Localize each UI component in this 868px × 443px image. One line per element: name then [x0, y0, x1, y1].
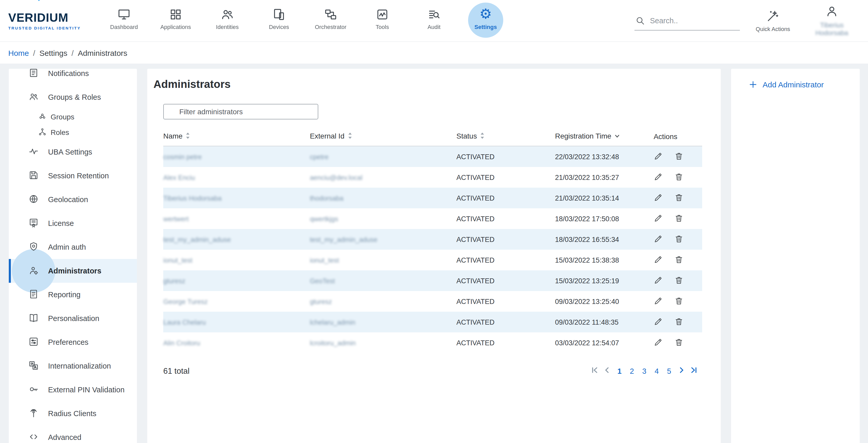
sidebar-item-advanced[interactable]: Advanced	[9, 425, 137, 443]
cell-name: test_my_admin_aduse	[163, 229, 310, 250]
breadcrumb-settings[interactable]: Settings	[39, 48, 67, 57]
edit-button[interactable]	[654, 213, 663, 224]
cell-name: wertwert	[163, 208, 310, 229]
delete-button[interactable]	[674, 255, 684, 265]
column-header-external-id[interactable]: External Id	[310, 128, 456, 146]
pagination-last-button[interactable]	[689, 365, 699, 376]
pencil-icon	[654, 278, 663, 286]
sidebar-item-groups-roles[interactable]: Groups & Roles	[9, 85, 137, 109]
breadcrumb-home[interactable]: Home	[8, 48, 29, 57]
delete-button[interactable]	[674, 337, 684, 348]
delete-button[interactable]	[674, 193, 684, 203]
nav-item-applications[interactable]: Applications	[150, 0, 202, 41]
cell-name: Tiberius Hodorsaba	[163, 188, 310, 208]
last-page-icon	[690, 366, 698, 375]
nav-item-devices[interactable]: Devices	[253, 0, 305, 41]
edit-button[interactable]	[654, 296, 663, 307]
breadcrumb-separator: /	[71, 48, 74, 57]
add-administrator-label: Add Administrator	[763, 80, 824, 89]
group-icon	[38, 112, 46, 122]
trash-icon	[674, 216, 684, 224]
sidebar-item-geolocation[interactable]: Geolocation	[9, 188, 137, 211]
sidebar-item-notifications[interactable]: Notifications	[9, 69, 137, 85]
pencil-icon	[654, 320, 663, 327]
pagination-first-button[interactable]	[590, 365, 600, 376]
pencil-icon	[654, 299, 663, 307]
pagination-page-1[interactable]: 1	[614, 366, 625, 376]
delete-button[interactable]	[674, 213, 684, 224]
edit-button[interactable]	[654, 317, 663, 327]
sidebar-item-session-retention[interactable]: Session Retention	[9, 164, 137, 188]
delete-button[interactable]	[674, 317, 684, 327]
breadcrumb-current: Administrators	[78, 48, 127, 57]
delete-button[interactable]	[674, 234, 684, 245]
sidebar-item-label: Administrators	[48, 267, 101, 275]
antenna-icon	[28, 408, 39, 419]
edit-button[interactable]	[654, 275, 663, 286]
search-icon	[636, 16, 645, 25]
column-header-name[interactable]: Name	[163, 128, 310, 146]
nav-item-orchestrator[interactable]: Orchestrator	[305, 0, 356, 41]
edit-button[interactable]	[654, 151, 663, 162]
edit-button[interactable]	[654, 172, 663, 183]
edit-button[interactable]	[654, 337, 663, 348]
sidebar-item-groups[interactable]: Groups	[9, 109, 137, 125]
nav-item-identities[interactable]: Identities	[202, 0, 253, 41]
sidebar-item-preferences[interactable]: Preferences	[9, 330, 137, 354]
sort-desc-icon	[614, 132, 620, 141]
cell-status: ACTIVATED	[457, 208, 555, 229]
certificate-icon	[28, 217, 39, 229]
actions-panel: Add Administrator	[731, 69, 860, 443]
cell-status: ACTIVATED	[457, 270, 555, 291]
user-menu[interactable]: Tiberius Hodorsaba	[806, 5, 858, 37]
nav-item-audit[interactable]: Audit	[408, 0, 460, 41]
nav-item-tools[interactable]: Tools	[356, 0, 408, 41]
sidebar-item-personalisation[interactable]: Personalisation	[9, 306, 137, 330]
sidebar-item-label: Notifications	[48, 69, 89, 78]
pagination-page-3[interactable]: 3	[639, 366, 649, 376]
delete-button[interactable]	[674, 275, 684, 286]
table-row: Tiberius Hodorsaba thodorsaba ACTIVATED …	[163, 188, 702, 208]
cell-external-id: lcroitoru_admin	[310, 332, 456, 353]
user-avatar-icon	[825, 5, 839, 18]
column-header-status[interactable]: Status	[457, 128, 555, 146]
code-icon	[28, 432, 39, 443]
sidebar-item-label: Groups	[51, 113, 74, 121]
delete-button[interactable]	[674, 296, 684, 307]
edit-button[interactable]	[654, 234, 663, 245]
sort-icon	[186, 132, 190, 141]
pagination-next-button[interactable]	[676, 365, 687, 376]
filter-administrators-input[interactable]	[163, 104, 318, 119]
pencil-icon	[654, 216, 663, 224]
veridium-admin-app: VERIDIUM ✓ TRUSTED DIGITAL IDENTITY Dash…	[0, 0, 868, 443]
cell-registration-time: 22/03/2022 13:32:48	[555, 146, 654, 167]
pagination-page-5[interactable]: 5	[664, 366, 674, 376]
table-row: ionut_test ionut_test ACTIVATED 15/03/20…	[163, 250, 702, 270]
orchestrator-icon	[305, 6, 356, 22]
veridium-logo[interactable]: VERIDIUM ✓ TRUSTED DIGITAL IDENTITY	[8, 11, 91, 30]
column-label: Registration Time	[555, 132, 611, 140]
pencil-icon	[654, 196, 663, 203]
delete-button[interactable]	[674, 172, 684, 183]
pagination-page-2[interactable]: 2	[627, 366, 637, 376]
nav-item-dashboard[interactable]: Dashboard	[98, 0, 150, 41]
column-header-registration-time[interactable]: Registration Time	[555, 128, 654, 146]
add-administrator-button[interactable]: Add Administrator	[731, 80, 860, 89]
sidebar-item-license[interactable]: License	[9, 211, 137, 235]
sidebar-item-radius-clients[interactable]: Radius Clients	[9, 402, 137, 425]
audit-icon	[408, 6, 460, 22]
search-input[interactable]	[649, 16, 739, 25]
nav-item-settings[interactable]: ⚙ Settings	[460, 0, 512, 41]
delete-button[interactable]	[674, 151, 684, 162]
pagination-prev-button[interactable]	[602, 365, 612, 376]
sidebar-item-uba-settings[interactable]: UBA Settings	[9, 140, 137, 164]
sidebar-item-label: Radius Clients	[48, 409, 96, 418]
sidebar-item-roles[interactable]: Roles	[9, 125, 137, 140]
sidebar-item-external-pin-validation[interactable]: External PIN Validation	[9, 378, 137, 402]
prev-page-icon	[603, 366, 611, 375]
edit-button[interactable]	[654, 255, 663, 265]
sidebar-item-internationalization[interactable]: Internationalization	[9, 354, 137, 378]
edit-button[interactable]	[654, 193, 663, 203]
pagination-page-4[interactable]: 4	[652, 366, 662, 376]
quick-actions-button[interactable]: Quick Actions	[747, 9, 799, 32]
